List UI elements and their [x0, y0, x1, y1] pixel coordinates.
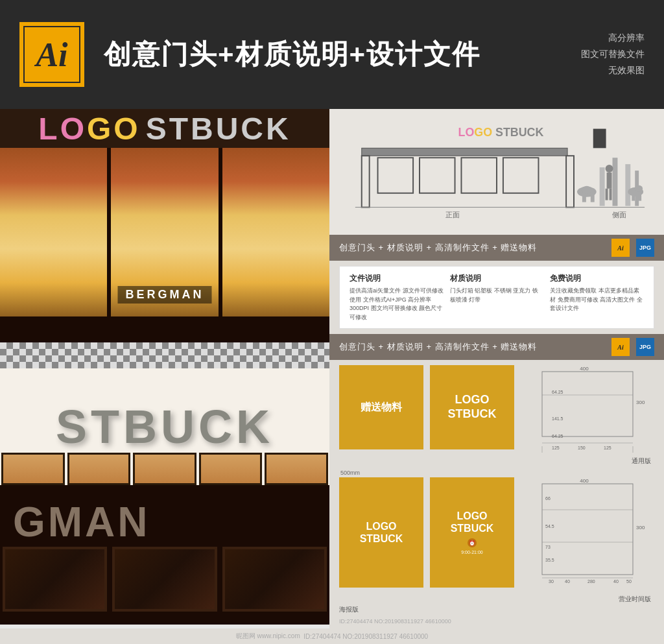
svg-rect-12	[600, 167, 605, 206]
header-features: 高分辨率 图文可替换文件 无效果图	[581, 30, 645, 79]
checkered-floor	[0, 342, 329, 368]
dimensions-general: 400 300 64.25 141.5 64.25 125 150 125	[521, 365, 654, 455]
ai-logo-text: Ai	[36, 36, 67, 74]
svg-rect-3	[362, 156, 370, 207]
svg-point-23	[582, 186, 592, 194]
svg-rect-1	[593, 129, 606, 149]
svg-text:侧面: 侧面	[613, 211, 627, 219]
stbuck-large-text: STBUCK	[56, 400, 274, 453]
win-cell-5	[265, 453, 328, 485]
biz-hours-logo-card: LOGOSTBUCK ⏰ 9:00-21:00	[430, 477, 514, 588]
win-cell-1	[1, 453, 65, 485]
svg-text:50: 50	[626, 579, 632, 584]
desc-col-free-content: 关注收藏免费领取 本店更多精品素材 免费商用可修改 高清大图文件 全套设计文件	[550, 287, 644, 313]
svg-text:125: 125	[604, 446, 611, 450]
svg-point-27	[635, 185, 643, 192]
gift-label: 赠送物料	[361, 401, 402, 414]
header: Ai 创意门头+材质说明+设计文件 高分辨率 图文可替换文件 无效果图	[0, 0, 664, 109]
ai-logo-icon: Ai	[19, 22, 84, 87]
biz-hours-card-wrap: LOGOSTBUCK ⏰ 9:00-21:00	[430, 477, 514, 588]
svg-text:30: 30	[549, 579, 554, 584]
info-banner-1: 创意门头 + 材质说明 + 高清制作文件 + 赠送物料 Ai JPG	[329, 235, 664, 261]
svg-text:125: 125	[552, 446, 560, 450]
win-cell-2	[67, 453, 131, 485]
jpg-file-icon: JPG	[636, 239, 654, 257]
svg-rect-19	[610, 189, 612, 200]
bottom-bar: 昵图网 www.nipic.com ID:27404474 NO:2019083…	[0, 628, 664, 644]
svg-rect-22	[591, 192, 595, 202]
cards-area-general: 赠送物料 LOGOSTBUCK 400 300	[329, 360, 664, 466]
win-cell-4	[199, 453, 263, 485]
logo-text-display: LOGO STBUCK	[38, 111, 290, 147]
ai-file-icon-2: Ai	[611, 338, 630, 356]
photo-stbuck-letters: STBUCK	[0, 368, 329, 485]
svg-text:73: 73	[545, 545, 551, 549]
svg-text:300: 300	[636, 400, 645, 405]
desc-col-material-content: 门头灯箱 铝塑板 不锈钢 亚克力 铁板喷漆 灯带	[450, 287, 544, 304]
svg-text:40: 40	[565, 579, 570, 584]
logo-stbuck: STBUCK	[146, 111, 291, 147]
svg-rect-5	[378, 158, 414, 193]
svg-rect-8	[503, 158, 539, 193]
svg-rect-17	[607, 173, 612, 189]
poster-row: LOGOSTBUCK LOGOSTBUCK ⏰ 9:00-21:00	[339, 477, 654, 593]
desc-col-material: 材质说明 门头灯箱 铝塑板 不锈钢 亚克力 铁板喷漆 灯带	[450, 273, 544, 322]
photo-storefront-top: LOGO STBUCK BERGMAN	[0, 109, 329, 368]
page-title: 创意门头+材质说明+设计文件	[104, 36, 645, 73]
svg-rect-6	[420, 158, 455, 193]
win-cell-3	[133, 453, 196, 485]
id-watermark: ID:27404474 NO:201908311927 46610000	[303, 633, 428, 640]
dark-win-3	[222, 547, 327, 612]
logo-card-general: LOGOSTBUCK	[430, 365, 514, 449]
svg-rect-25	[632, 192, 635, 201]
desc-table: 文件说明 提供高清ai矢量文件 源文件可供修改使用 文件格式AI+JPG 高分辨…	[339, 266, 654, 329]
svg-text:141.5: 141.5	[552, 416, 563, 421]
banner2-text: 创意门头 + 材质说明 + 高清制作文件 + 赠送物料	[339, 341, 605, 353]
dims-svg-general: 400 300 64.25 141.5 64.25 125 150 125	[521, 365, 654, 453]
cards-row-1: 赠送物料 LOGOSTBUCK 400 300	[339, 365, 654, 455]
svg-rect-4	[566, 156, 574, 207]
svg-text:66: 66	[545, 496, 551, 501]
svg-rect-28	[542, 372, 633, 436]
svg-text:64.25: 64.25	[552, 390, 563, 394]
store-diagram-svg: LOGO STBUCK 正面 侧面	[342, 122, 651, 226]
window-row-middle	[0, 453, 329, 485]
svg-text:400: 400	[580, 366, 589, 372]
storefront-bottom-bar	[0, 316, 329, 342]
watermark-area: ID:27404474 NO:201908311927 46610000	[329, 615, 664, 627]
ai-file-icon: Ai	[611, 239, 630, 257]
dim-500mm-label: 500mm	[340, 470, 654, 476]
biz-logo-text: LOGOSTBUCK	[451, 510, 494, 534]
desc-col-file-title: 文件说明	[350, 273, 444, 284]
feature-line-3: 无效果图	[581, 63, 645, 79]
jpg-file-icon-2: JPG	[636, 338, 654, 356]
svg-text:300: 300	[636, 525, 645, 531]
logo-lo: LO	[38, 111, 87, 147]
window-col-3	[222, 148, 329, 316]
dark-win-1	[3, 547, 107, 612]
dims-svg-biz: 400 300 66 54.5 73 35.5 30 40 280 40 50	[521, 477, 654, 591]
left-panel: LOGO STBUCK BERGMAN STBUCK	[0, 109, 329, 644]
feature-line-2: 图文可替换文件	[581, 46, 645, 62]
dark-windows	[0, 547, 329, 612]
svg-text:64.25: 64.25	[552, 434, 563, 438]
poster-area: 500mm LOGOSTBUCK LOGOSTBUCK ⏰ 9:00-21:00	[329, 466, 664, 604]
bergman-sign: BERGMAN	[118, 286, 212, 304]
svg-text:LOGO STBUCK: LOGO STBUCK	[458, 126, 544, 139]
biz-icon-1: ⏰	[468, 538, 477, 547]
window-col-1	[0, 148, 111, 316]
svg-text:正面: 正面	[445, 211, 460, 219]
svg-text:150: 150	[578, 446, 586, 450]
desc-col-file: 文件说明 提供高清ai矢量文件 源文件可供修改使用 文件格式AI+JPG 高分辨…	[350, 273, 444, 322]
right-panel: LOGO STBUCK 正面 侧面	[329, 109, 664, 644]
svg-rect-7	[461, 158, 497, 193]
svg-text:40: 40	[613, 579, 619, 584]
svg-point-16	[606, 165, 613, 173]
window-area: BERGMAN	[0, 148, 329, 316]
svg-rect-2	[362, 148, 567, 156]
svg-rect-13	[613, 158, 618, 206]
poster-label: 海报版	[329, 604, 664, 615]
poster-card: LOGOSTBUCK	[339, 477, 423, 588]
feature-line-1: 高分辨率	[581, 30, 645, 46]
desc-col-file-content: 提供高清ai矢量文件 源文件可供修改使用 文件格式AI+JPG 高分辨率300D…	[350, 287, 444, 322]
